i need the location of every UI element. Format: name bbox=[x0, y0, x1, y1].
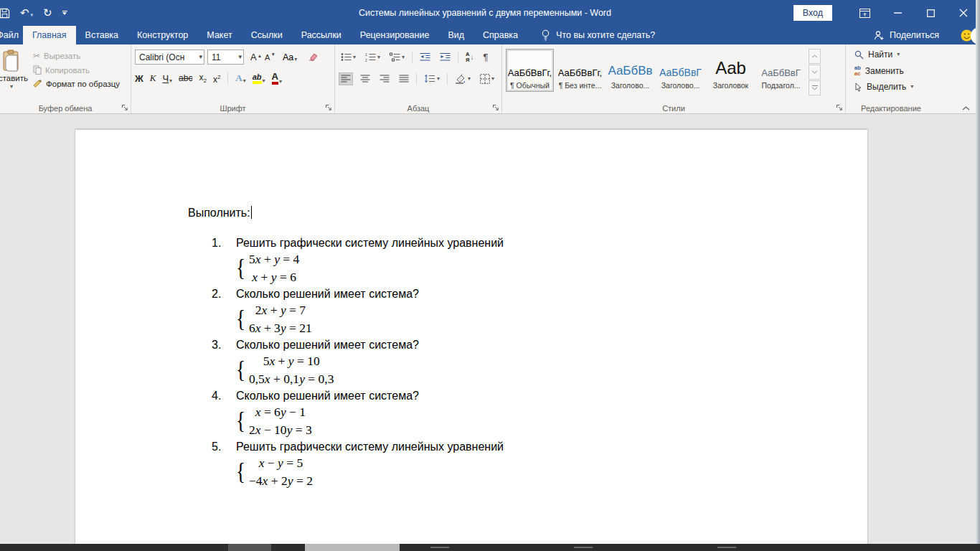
style-card-normal[interactable]: АаБбВвГг, ¶ Обычный bbox=[506, 49, 554, 92]
share-button[interactable]: Поделиться bbox=[874, 26, 939, 44]
styles-gallery-more-button[interactable] bbox=[809, 80, 821, 95]
task-text: Сколько решений имеет система? bbox=[236, 288, 419, 301]
style-card-heading1[interactable]: АаБбВв Заголово... bbox=[606, 49, 654, 92]
tab-layout[interactable]: Макет bbox=[197, 26, 241, 44]
maximize-button[interactable] bbox=[914, 0, 947, 26]
numbering-dropdown-icon: ▾ bbox=[377, 55, 380, 60]
grow-font-arrow-icon: ▲ bbox=[258, 54, 262, 63]
tab-home[interactable]: Главная bbox=[23, 26, 76, 44]
italic-button[interactable]: К bbox=[150, 72, 156, 84]
show-marks-button[interactable]: ¶ bbox=[481, 50, 490, 65]
find-button[interactable]: Найти ▾ bbox=[854, 50, 933, 60]
align-center-button[interactable] bbox=[358, 72, 372, 85]
clipboard-dialog-launcher[interactable] bbox=[121, 104, 128, 111]
shading-icon bbox=[455, 74, 466, 84]
shrink-font-button[interactable]: А ▼ bbox=[265, 52, 275, 62]
underline-button[interactable]: Ч ▾ bbox=[162, 73, 172, 84]
shading-button[interactable]: ▾ bbox=[453, 72, 473, 86]
multilevel-list-button[interactable]: ▾ bbox=[387, 50, 407, 64]
minimize-button[interactable] bbox=[881, 0, 914, 26]
highlight-dropdown-icon[interactable]: ▾ bbox=[263, 78, 265, 84]
text-effects-button[interactable]: А ▾ bbox=[235, 72, 245, 84]
collapse-ribbon-button[interactable] bbox=[962, 106, 970, 110]
styles-scroll-down-button[interactable] bbox=[809, 65, 821, 80]
sign-in-button[interactable]: Вход bbox=[793, 5, 832, 21]
font-color-icon: А bbox=[272, 72, 278, 85]
equation-line: 5x + y = 10 bbox=[263, 352, 320, 370]
tab-mailings[interactable]: Рассылки bbox=[292, 26, 351, 44]
select-dropdown-icon[interactable]: ▾ bbox=[910, 84, 913, 90]
align-left-button[interactable] bbox=[339, 72, 353, 85]
bullets-button[interactable]: ▾ bbox=[339, 50, 358, 64]
style-card-subtitle[interactable]: АаБбВвГ Подзагол... bbox=[757, 49, 805, 92]
clear-formatting-button[interactable] bbox=[307, 52, 318, 62]
undo-dropdown-icon[interactable]: ▾ bbox=[31, 12, 34, 19]
ribbon-display-options-button[interactable] bbox=[848, 0, 881, 26]
font-size-combobox[interactable]: 11 ▾ bbox=[207, 50, 244, 65]
font-color-button[interactable]: А ▾ bbox=[272, 72, 282, 85]
sort-button[interactable]: АЯ ↓ bbox=[463, 50, 476, 65]
style-preview: Аab bbox=[715, 58, 746, 78]
tab-design[interactable]: Конструктор bbox=[128, 26, 197, 44]
justify-button[interactable] bbox=[397, 72, 411, 85]
paragraph-dialog-launcher[interactable] bbox=[492, 104, 499, 111]
style-card-title[interactable]: Аab Заголовок bbox=[707, 49, 755, 92]
bold-button[interactable]: Ж bbox=[135, 73, 143, 84]
tab-insert[interactable]: Вставка bbox=[76, 26, 128, 44]
numbering-button[interactable]: 12 ▾ bbox=[363, 50, 382, 64]
align-right-button[interactable] bbox=[377, 72, 392, 85]
replace-button[interactable]: abac Заменить bbox=[854, 65, 933, 76]
window-controls: Вход bbox=[793, 0, 980, 26]
style-card-heading2[interactable]: АаБбВвГ Заголово... bbox=[656, 49, 705, 92]
tab-review[interactable]: Рецензирование bbox=[351, 26, 439, 44]
paste-button[interactable]: Вставить ▾ bbox=[0, 50, 30, 100]
format-painter-icon bbox=[33, 79, 42, 88]
document-area[interactable]: Выполнить: 1. Решить графически систему … bbox=[0, 114, 980, 544]
save-icon[interactable] bbox=[0, 8, 10, 19]
styles-scroll-up-button[interactable] bbox=[809, 49, 821, 64]
tab-references[interactable]: Ссылки bbox=[242, 26, 292, 44]
shading-dropdown-icon[interactable]: ▾ bbox=[468, 76, 471, 82]
format-painter-button[interactable]: Формат по образцу bbox=[33, 79, 120, 88]
decrease-indent-button[interactable] bbox=[418, 50, 433, 64]
find-dropdown-icon[interactable]: ▾ bbox=[897, 52, 900, 57]
line-spacing-button[interactable]: ▾ bbox=[422, 72, 442, 85]
superscript-button[interactable]: x2 bbox=[213, 72, 220, 85]
borders-button[interactable]: ▾ bbox=[478, 72, 496, 86]
underline-dropdown-icon[interactable]: ▾ bbox=[169, 78, 172, 84]
grow-font-button[interactable]: А ▲ bbox=[250, 52, 262, 62]
window-title: Системы линейных уравнений с двумя перем… bbox=[359, 8, 611, 18]
copy-icon bbox=[33, 65, 42, 75]
tab-file[interactable]: Файл bbox=[0, 26, 23, 44]
borders-dropdown-icon[interactable]: ▾ bbox=[491, 76, 494, 82]
strikethrough-button[interactable]: abc bbox=[179, 73, 192, 83]
tab-view[interactable]: Вид bbox=[438, 26, 473, 44]
highlight-color-button[interactable]: ab ▾ bbox=[253, 72, 265, 84]
styles-dialog-launcher[interactable] bbox=[836, 104, 843, 111]
select-button[interactable]: Выделить ▾ bbox=[854, 82, 933, 92]
borders-icon bbox=[480, 74, 490, 84]
font-dialog-launcher[interactable] bbox=[325, 104, 332, 111]
style-card-no-spacing[interactable]: АаБбВвГг, ¶ Без инте... bbox=[556, 49, 604, 92]
subscript-button[interactable]: x2 bbox=[199, 72, 206, 84]
customize-qat-button[interactable] bbox=[62, 11, 67, 15]
task-text: Решить графически систему линейных уравн… bbox=[236, 441, 504, 453]
redo-icon[interactable]: ↻ bbox=[43, 8, 52, 19]
font-name-dropdown-icon[interactable]: ▾ bbox=[199, 54, 202, 60]
font-name-combobox[interactable]: Calibri (Осн ▾ bbox=[135, 50, 204, 65]
font-color-dropdown-icon[interactable]: ▾ bbox=[279, 79, 282, 85]
style-label: Заголово... bbox=[611, 81, 650, 90]
multilevel-dropdown-icon: ▾ bbox=[402, 55, 405, 60]
undo-button[interactable]: ↶ ▾ bbox=[20, 8, 33, 19]
more-line bbox=[812, 85, 818, 86]
paste-dropdown-icon[interactable]: ▾ bbox=[10, 84, 13, 90]
document-page[interactable]: Выполнить: 1. Решить графически систему … bbox=[75, 129, 867, 544]
tab-help[interactable]: Справка bbox=[473, 26, 527, 44]
tell-me-box[interactable]: Что вы хотите сделать? bbox=[542, 26, 655, 44]
copy-button: Копировать bbox=[33, 65, 120, 75]
increase-indent-button[interactable] bbox=[438, 50, 453, 64]
font-size-dropdown-icon[interactable]: ▾ bbox=[238, 54, 242, 60]
style-label: Подзагол... bbox=[761, 81, 800, 90]
change-case-button[interactable]: Аа ▾ bbox=[283, 52, 297, 62]
equation-system: { 5x + y = 10 0,5x + 0,1y = 0,3 bbox=[236, 352, 839, 387]
